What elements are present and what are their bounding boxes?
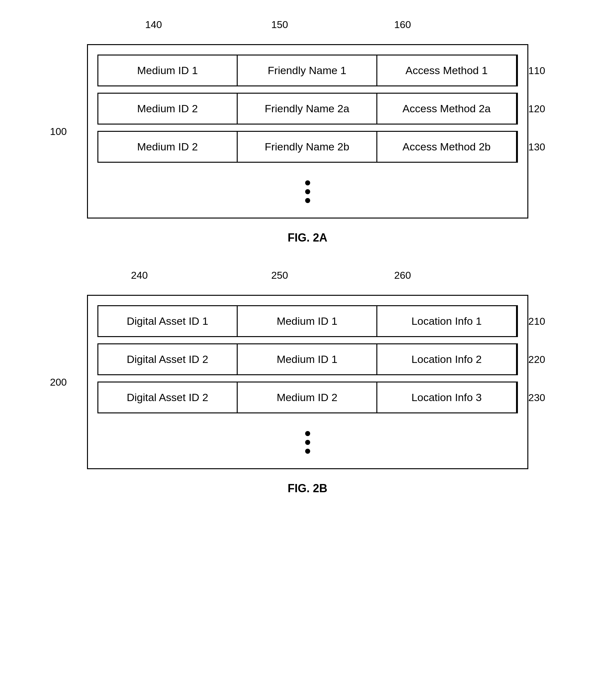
caption-2b: FIG. 2B: [288, 482, 327, 495]
cell-access-method-2b: Access Method 2b: [377, 132, 517, 162]
dot-4: [305, 431, 310, 436]
row-110: Medium ID 1 Friendly Name 1 Access Metho…: [97, 54, 518, 86]
outer-box-2a: 100 Medium ID 1 Friendly Name 1 Access M…: [87, 44, 528, 218]
cell-friendly-name-1: Friendly Name 1: [238, 55, 377, 86]
outer-label-200: 200: [50, 376, 67, 388]
row-label-220: 220: [528, 353, 545, 365]
label-150: 150: [272, 19, 288, 30]
row-120: Medium ID 2 Friendly Name 2a Access Meth…: [97, 93, 518, 125]
label-250: 250: [272, 270, 288, 281]
cell-friendly-name-2b: Friendly Name 2b: [238, 132, 377, 162]
label-260: 260: [394, 270, 411, 281]
row-label-130: 130: [528, 141, 545, 153]
row-label-210: 210: [528, 315, 545, 327]
cell-digital-asset-id-2b: Digital Asset ID 2: [98, 383, 238, 412]
cell-location-info-2: Location Info 2: [377, 344, 517, 374]
dot-2: [305, 189, 310, 194]
label-140: 140: [145, 19, 162, 30]
dot-6: [305, 449, 310, 454]
cell-medium-id-2a: Medium ID 2: [98, 93, 238, 124]
outer-box-2b: 200 Digital Asset ID 1 Medium ID 1 Locat…: [87, 295, 528, 469]
figure-2a: 140 150 160 100 Medium ID 1 Friendly Nam…: [25, 19, 590, 245]
row-230: Digital Asset ID 2 Medium ID 2 Location …: [97, 382, 518, 413]
cell-digital-asset-id-1: Digital Asset ID 1: [98, 306, 238, 336]
figure-2b: 240 250 260 200 Digital Asset ID 1 Mediu…: [25, 270, 590, 495]
row-210: Digital Asset ID 1 Medium ID 1 Location …: [97, 305, 518, 337]
cell-location-info-1: Location Info 1: [377, 306, 517, 336]
outer-label-100: 100: [50, 125, 67, 137]
cell-digital-asset-id-2a: Digital Asset ID 2: [98, 344, 238, 374]
cell-medium-id-2b: Medium ID 2: [98, 132, 238, 162]
dot-1: [305, 180, 310, 185]
cell-access-method-2a: Access Method 2a: [377, 93, 517, 124]
dot-3: [305, 198, 310, 203]
row-220: Digital Asset ID 2 Medium ID 1 Location …: [97, 343, 518, 375]
cell-friendly-name-2a: Friendly Name 2a: [238, 93, 377, 124]
row-130: Medium ID 2 Friendly Name 2b Access Meth…: [97, 131, 518, 163]
cell-access-method-1: Access Method 1: [377, 55, 517, 86]
dot-5: [305, 440, 310, 445]
row-label-120: 120: [528, 103, 545, 114]
cell-medium-id-1: Medium ID 1: [98, 55, 238, 86]
dots-2b: [97, 420, 518, 459]
caption-2a: FIG. 2A: [288, 231, 327, 245]
dots-2a: [97, 169, 518, 208]
cell-medium-id-1-c: Medium ID 1: [238, 344, 377, 374]
row-label-230: 230: [528, 392, 545, 403]
cell-medium-id-2-b: Medium ID 2: [238, 383, 377, 412]
top-labels-2a: 140 150 160: [87, 19, 528, 44]
cell-location-info-3: Location Info 3: [377, 383, 517, 412]
top-labels-2b: 240 250 260: [87, 270, 528, 295]
label-240: 240: [131, 270, 148, 281]
cell-medium-id-1-b: Medium ID 1: [238, 306, 377, 336]
row-label-110: 110: [528, 65, 545, 76]
label-160: 160: [394, 19, 411, 30]
